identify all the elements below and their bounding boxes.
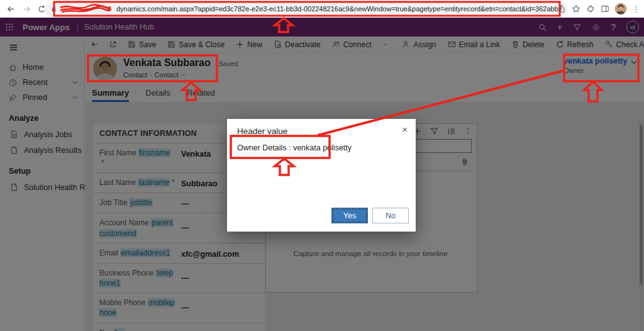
share-icon[interactable] <box>557 4 566 13</box>
dialog-title: Header value <box>237 126 287 136</box>
browser-toolbar: dynamics.com/main.aspx?appid=ed3c782e-e2… <box>0 0 644 18</box>
side-panel-icon[interactable] <box>601 4 609 13</box>
browser-back-icon[interactable] <box>6 4 16 14</box>
lock-icon <box>50 6 57 13</box>
yes-button[interactable]: Yes <box>331 208 368 223</box>
extensions-puzzle-icon[interactable] <box>586 4 595 13</box>
screenshot-root: dynamics.com/main.aspx?appid=ed3c782e-e2… <box>0 0 644 331</box>
browser-profile-avatar[interactable] <box>615 3 626 14</box>
no-button[interactable]: No <box>372 208 409 223</box>
browser-forward-icon[interactable] <box>22 4 31 14</box>
url-text: dynamics.com/main.aspx?appid=ed3c782e-e2… <box>116 5 561 13</box>
profile-photo <box>615 3 626 14</box>
dialog-message: Owner Details : venkata polisetty <box>237 143 352 152</box>
app-window: Power Apps Solution Health Hub + ? vp Ho… <box>0 18 644 331</box>
redacted-org-name <box>61 4 113 13</box>
address-bar[interactable]: dynamics.com/main.aspx?appid=ed3c782e-e2… <box>44 2 567 16</box>
bookmark-star-icon[interactable] <box>572 4 580 13</box>
header-value-dialog: Header value × Owner Details : venkata p… <box>227 119 416 232</box>
close-icon[interactable]: × <box>402 124 408 135</box>
browser-menu-icon[interactable]: ⋮ <box>632 4 640 14</box>
